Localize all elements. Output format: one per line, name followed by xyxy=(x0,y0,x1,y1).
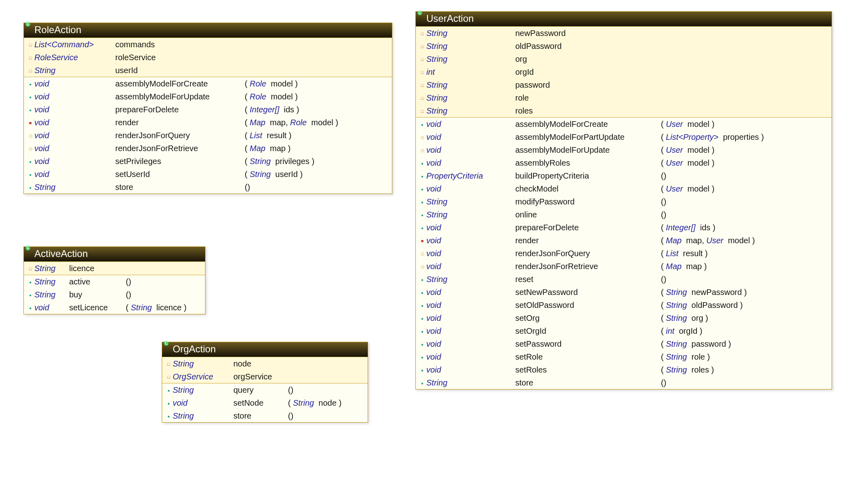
param-type: Map xyxy=(666,236,682,245)
params: ( Map map, Role model ) xyxy=(245,116,338,128)
param-name: oldPassword xyxy=(692,301,738,310)
paren-open: ( xyxy=(661,158,664,167)
visibility-icon xyxy=(418,148,426,153)
param-name: newPassword xyxy=(692,288,742,297)
paren-close: ) xyxy=(129,277,131,286)
method-name: assemblyModelForCreate xyxy=(515,120,608,128)
paren-open: ( xyxy=(661,288,664,297)
method-name: store xyxy=(115,183,133,192)
param-name: model xyxy=(728,236,750,245)
visibility-icon xyxy=(418,381,426,385)
param-name: ids xyxy=(284,105,294,114)
visibility-icon xyxy=(418,96,426,101)
paren-open: ( xyxy=(661,133,664,141)
params: () xyxy=(661,170,666,182)
params: ( String org ) xyxy=(661,312,708,324)
attribute-row: RoleServiceroleService xyxy=(24,51,392,64)
paren-open: ( xyxy=(245,118,248,127)
paren-open: ( xyxy=(661,197,664,206)
params: ( List<Property> properties ) xyxy=(661,131,764,143)
method-row: voidassemblyModelForUpdate( Role model ) xyxy=(24,90,392,103)
return-type: void xyxy=(34,170,49,179)
method-row: voidprepareForDelete( Integer[] ids ) xyxy=(416,221,832,234)
method-row: voidrenderJsonForQuery( List result ) xyxy=(416,247,832,260)
visibility-icon xyxy=(418,44,426,49)
paren-close: ) xyxy=(712,158,715,167)
params: () xyxy=(126,276,131,288)
param-name: map xyxy=(686,262,702,271)
methods-section: voidassemblyModelForCreate( Role model )… xyxy=(24,77,392,194)
param-type: User xyxy=(666,158,683,167)
visibility-icon xyxy=(418,317,426,321)
params: ( String oldPassword ) xyxy=(661,299,743,311)
visibility-icon xyxy=(418,278,426,282)
visibility-icon xyxy=(26,280,34,284)
paren-open: ( xyxy=(126,290,129,299)
return-type: void xyxy=(34,157,49,166)
return-type: void xyxy=(34,131,49,140)
return-type: String xyxy=(34,277,55,286)
method-name: checkModel xyxy=(515,184,559,193)
method-row: voidrenderJsonForRetrieve( Map map ) xyxy=(24,142,392,155)
visibility-icon xyxy=(26,56,34,60)
return-type: void xyxy=(426,339,441,348)
method-name: setPrivileges xyxy=(115,157,161,166)
attribute-row: Stringorg xyxy=(416,53,832,65)
method-row: voidsetOrg( String org ) xyxy=(416,312,832,324)
paren-open: ( xyxy=(661,275,664,284)
params: () xyxy=(126,288,131,301)
params: ( User model ) xyxy=(661,157,714,169)
visibility-icon xyxy=(418,135,426,140)
method-row: voidsetRoles( String roles ) xyxy=(416,363,832,376)
return-type: void xyxy=(426,314,441,322)
paren-open: ( xyxy=(661,236,664,245)
visibility-icon xyxy=(418,239,426,243)
attributes-section: Stringlicence xyxy=(24,261,205,275)
param-type: Map xyxy=(250,144,265,153)
attribute-row: StringuserId xyxy=(24,64,392,77)
return-type: void xyxy=(426,184,441,193)
paren-open: ( xyxy=(245,105,248,114)
param-name: model xyxy=(688,158,709,167)
class-title: RoleAction xyxy=(24,23,392,38)
paren-close: ) xyxy=(184,303,186,312)
method-row: voidassemblyModelForPartUpdate( List<Pro… xyxy=(416,131,832,143)
paren-open: ( xyxy=(661,262,664,271)
attribute-row: Stringnode xyxy=(162,357,368,370)
method-name: online xyxy=(515,210,537,219)
params: ( String newPassword ) xyxy=(661,286,747,298)
visibility-icon xyxy=(418,369,426,373)
param-name: licence xyxy=(157,303,182,312)
paren-close: ) xyxy=(700,326,703,335)
paren-close: ) xyxy=(705,249,708,258)
paren-close: ) xyxy=(664,275,667,284)
params: ( String roles ) xyxy=(661,364,714,376)
method-row: voidsetNewPassword( String newPassword ) xyxy=(416,286,832,299)
paren-open: ( xyxy=(245,92,248,101)
paren-close: ) xyxy=(728,339,731,348)
params: () xyxy=(288,410,293,422)
paren-close: ) xyxy=(312,157,315,166)
visibility-icon xyxy=(165,375,173,379)
param-type: String xyxy=(666,288,687,297)
return-type: void xyxy=(173,398,188,407)
visibility-icon xyxy=(26,95,34,99)
params: ( Role model ) xyxy=(245,91,298,103)
attributes-section: StringnewPasswordStringoldPasswordString… xyxy=(416,26,832,117)
visibility-icon xyxy=(165,402,173,406)
method-name: setOrgId xyxy=(515,326,546,335)
paren-close: ) xyxy=(664,171,667,180)
attribute-row: Stringrole xyxy=(416,91,832,104)
attr-name: password xyxy=(515,80,550,89)
params: () xyxy=(661,273,666,285)
visibility-icon xyxy=(26,69,34,73)
paren-open: ( xyxy=(661,314,664,322)
paren-close: ) xyxy=(129,290,131,299)
visibility-icon xyxy=(418,264,426,269)
method-name: setOldPassword xyxy=(515,301,574,310)
params: () xyxy=(661,377,666,389)
params: () xyxy=(661,196,666,208)
paren-close: ) xyxy=(712,145,715,154)
return-type: void xyxy=(426,301,441,310)
method-row: voidsetLicence( String licence ) xyxy=(24,301,205,314)
